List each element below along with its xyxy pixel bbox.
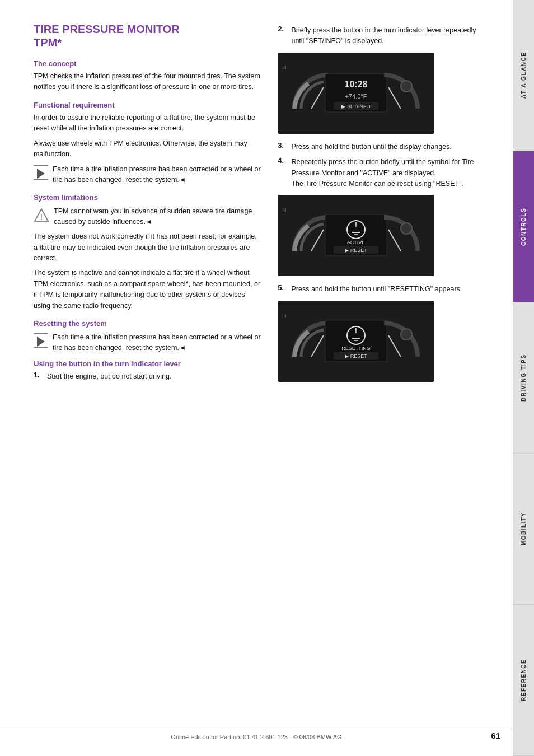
note-box-1: Each time a tire inflation pressure has … (34, 164, 261, 185)
warning-text-1: TPM cannot warn you in advance of sudden… (54, 206, 261, 227)
step-2: 2. Briefly press the button in the turn … (278, 25, 485, 47)
warning-icon: ! (34, 207, 49, 223)
sidebar-tab-reference[interactable]: REFERENCE (513, 605, 534, 756)
step-5: 5. Press and hold the button until "RESE… (278, 284, 485, 295)
warning-box-1: ! TPM cannot warn you in advance of sudd… (34, 206, 261, 227)
concept-text: TPM checks the inflation pressures of th… (34, 71, 261, 93)
cluster-image-1: 10:28 +74.0°F ▶ SET/INFO III (278, 53, 434, 134)
step-3-num: 3. (278, 142, 287, 150)
step-3: 3. Press and hold the button until the d… (278, 142, 485, 152)
triangle-icon-2 (37, 337, 45, 347)
page-footer: Online Edition for Part no. 01 41 2 601 … (0, 729, 513, 740)
sys-lim-para1: The system does not work correctly if it… (34, 231, 261, 264)
svg-text:RESETTING: RESETTING (342, 346, 371, 351)
step-2-num: 2. (278, 25, 287, 33)
cluster-image-2: ! ACTIVE ▶ RESET III (278, 195, 434, 276)
concept-heading: The concept (34, 59, 261, 68)
step-4-num: 4. (278, 157, 287, 165)
step-4-text: Repeatedly press the button briefly unti… (291, 157, 485, 189)
svg-point-8 (401, 81, 412, 92)
cluster-svg-3: ! RESETTING ▶ RESET III (278, 301, 434, 382)
cluster-svg-1: 10:28 +74.0°F ▶ SET/INFO III (278, 53, 434, 134)
functional-req-para2: Always use wheels with TPM electronics. … (34, 138, 261, 160)
svg-text:▶ SET/INFO: ▶ SET/INFO (342, 104, 371, 109)
svg-text:III: III (282, 207, 287, 213)
cluster-svg-2: ! ACTIVE ▶ RESET III (278, 195, 434, 276)
note-box-2: Each time a tire inflation pressure has … (34, 332, 261, 353)
svg-text:+74.0°F: +74.0°F (345, 93, 367, 100)
svg-text:ACTIVE: ACTIVE (347, 240, 366, 245)
svg-text:III: III (282, 313, 287, 319)
svg-point-21 (401, 223, 412, 234)
svg-text:III: III (282, 65, 287, 71)
triangle-icon-1 (37, 169, 45, 179)
functional-req-para1: In order to assure the reliable reportin… (34, 113, 261, 134)
step-5-text: Press and hold the button until "RESETTI… (291, 284, 462, 295)
step-1-text: Start the engine, but do not start drivi… (47, 371, 171, 382)
sidebar-tab-driving-tips[interactable]: DRIVING TIPS (513, 302, 534, 454)
note-text-2: Each time a tire inflation pressure has … (53, 332, 261, 353)
svg-point-34 (401, 329, 412, 340)
functional-req-heading: Functional requirement (34, 101, 261, 109)
sys-lim-para2: The system is inactive and cannot indica… (34, 268, 261, 311)
svg-text:▶ RESET: ▶ RESET (345, 248, 368, 253)
sidebar-tab-controls[interactable]: CONTROLS (513, 151, 534, 302)
step-2-text: Briefly press the button in the turn ind… (291, 25, 485, 47)
svg-text:!: ! (355, 326, 357, 335)
svg-text:!: ! (355, 221, 357, 229)
page-number: 61 (491, 731, 500, 740)
system-lim-heading: System limitations (34, 193, 261, 202)
svg-text:▶ RESET: ▶ RESET (345, 353, 368, 359)
page-title: TIRE PRESSURE MONITOR TPM* (34, 22, 261, 49)
note-text-1: Each time a tire inflation pressure has … (53, 164, 261, 185)
svg-text:!: ! (40, 213, 43, 221)
sidebar: AT A GLANCE CONTROLS DRIVING TIPS MOBILI… (513, 0, 534, 756)
step-1-num: 1. (34, 371, 43, 379)
sidebar-tab-at-a-glance[interactable]: AT A GLANCE (513, 0, 534, 151)
step-3-text: Press and hold the button until the disp… (291, 142, 451, 152)
svg-text:10:28: 10:28 (345, 80, 368, 89)
play-icon-1 (34, 165, 48, 180)
step-1: 1. Start the engine, but do not start dr… (34, 371, 261, 382)
using-button-heading: Using the button in the turn indicator l… (34, 360, 261, 368)
step-5-num: 5. (278, 284, 287, 292)
cluster-image-3: ! RESETTING ▶ RESET III (278, 301, 434, 382)
sidebar-tab-mobility[interactable]: MOBILITY (513, 454, 534, 605)
step-4: 4. Repeatedly press the button briefly u… (278, 157, 485, 189)
play-icon-2 (34, 333, 48, 348)
resetting-heading: Resetting the system (34, 319, 261, 328)
